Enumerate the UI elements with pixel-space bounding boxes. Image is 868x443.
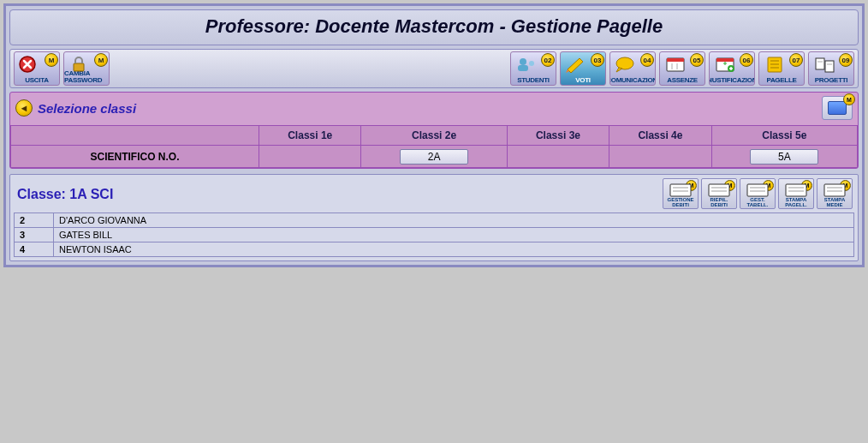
svg-rect-21 <box>670 184 691 196</box>
student-name: D'ARCO GIOVANNA <box>54 213 854 228</box>
toolbar-badge: 09 <box>839 53 853 67</box>
studenti-button[interactable]: 02STUDENTI <box>510 51 556 86</box>
toolbar-label: PAGELLE <box>766 77 796 84</box>
toolbar-label: ASSENZE <box>667 77 698 84</box>
lock-icon <box>68 56 93 73</box>
riepil-debiti-button[interactable]: MRIEPIL.DEBITI <box>701 178 737 209</box>
toolbar-badge: 04 <box>640 53 654 67</box>
toolbar-badge: 06 <box>740 53 753 67</box>
action-label: STAMPAPAGELL. <box>785 197 807 207</box>
class-panel: Classe: 1A SCI MGESTIONEDEBITIMRIEPIL.DE… <box>9 174 859 261</box>
action-label: RIEPIL.DEBITI <box>710 197 728 207</box>
title-bar: Professore: Docente Mastercom - Gestione… <box>9 9 859 45</box>
app-window: Professore: Docente Mastercom - Gestione… <box>3 3 865 267</box>
grid-cell <box>507 146 609 168</box>
projects-icon <box>812 56 838 73</box>
svg-rect-27 <box>747 184 768 196</box>
class-selection-grid: Classi 1eClassi 2eClassi 3eClassi 4eClas… <box>10 125 858 168</box>
toolbar-label: USCITA <box>25 77 48 84</box>
svg-rect-7 <box>667 58 684 62</box>
svg-rect-33 <box>824 184 845 196</box>
class-link[interactable]: 5A <box>750 149 818 165</box>
student-number: 3 <box>15 228 54 242</box>
gest-tabell-button[interactable]: MGEST.TABELL. <box>740 178 776 209</box>
action-label: GESTIONEDEBITI <box>667 197 693 207</box>
grid-cell <box>609 146 711 168</box>
calendar-plus-icon <box>713 56 739 73</box>
svg-rect-11 <box>716 58 734 62</box>
pencil-icon <box>564 56 590 73</box>
gestione-debiti-button[interactable]: MGESTIONEDEBITI <box>663 178 699 209</box>
comunicazioni-button[interactable]: 04COMUNICAZIONI <box>609 51 656 86</box>
svg-rect-18 <box>825 61 834 72</box>
giustificazioni-button[interactable]: 06GIUSTIFICAZIONI <box>709 51 755 86</box>
selezione-classi-panel: ◄ Selezione classi M Classi 1eClassi 2eC… <box>9 92 859 169</box>
table-row[interactable]: 3GATES BILL <box>15 228 854 242</box>
svg-rect-1 <box>74 63 84 71</box>
student-name: GATES BILL <box>54 228 854 242</box>
assenze-button[interactable]: 05ASSENZE <box>659 51 705 86</box>
student-icon <box>514 56 540 73</box>
grid-col-header: Classi 4e <box>609 126 711 146</box>
main-toolbar: MUSCITAMCAMBIA PASSWORD 02STUDENTI03VOTI… <box>9 49 859 88</box>
grid-col-header: Classi 1e <box>259 126 361 146</box>
action-label: GEST.TABELL. <box>747 197 769 207</box>
grid-col-header: Classi 2e <box>361 126 507 146</box>
progetti-button[interactable]: 09PROGETTI <box>808 51 854 86</box>
toolbar-label: PROGETTI <box>815 77 848 84</box>
svg-rect-17 <box>816 58 824 69</box>
student-name: NEWTON ISAAC <box>54 242 854 257</box>
class-link[interactable]: 2A <box>400 149 468 165</box>
voti-button[interactable]: 03VOTI <box>560 51 606 86</box>
uscita-button[interactable]: MUSCITA <box>14 51 60 86</box>
grid-empty-header <box>11 126 259 146</box>
back-arrow-icon[interactable]: ◄ <box>15 99 33 117</box>
report-icon <box>763 56 788 73</box>
toolbar-badge: 02 <box>541 53 555 67</box>
toolbar-label: STUDENTI <box>517 77 550 84</box>
toolbar-badge: 05 <box>690 53 704 67</box>
table-row[interactable]: 4NEWTON ISAAC <box>15 242 854 257</box>
toolbar-badge: M <box>45 53 58 67</box>
section-title: Selezione classi <box>38 101 822 116</box>
speech-icon <box>614 56 639 73</box>
svg-rect-24 <box>709 184 729 196</box>
toolbar-label: GIUSTIFICAZIONI <box>709 77 755 84</box>
grid-cell <box>259 146 361 168</box>
grid-cell: 2A <box>361 146 507 168</box>
toolbar-label: COMUNICAZIONI <box>609 77 656 84</box>
students-table: 2D'ARCO GIOVANNA3GATES BILL4NEWTON ISAAC <box>14 213 854 257</box>
stampa-medie-button[interactable]: MSTAMPAMEDIE <box>817 178 853 209</box>
toolbar-badge: M <box>94 53 108 67</box>
grid-col-header: Classi 5e <box>711 126 857 146</box>
svg-point-4 <box>529 61 534 66</box>
toolbar-badge: 03 <box>591 53 604 67</box>
stampa-pagell-button[interactable]: MSTAMPAPAGELL. <box>778 178 814 209</box>
badge-m: M <box>843 93 855 105</box>
svg-rect-30 <box>786 184 806 196</box>
student-number: 4 <box>15 242 54 257</box>
toolbar-badge: 07 <box>789 53 803 67</box>
calendar-icon <box>663 56 689 73</box>
pagelle-button[interactable]: 07PAGELLE <box>758 51 805 86</box>
cambia-password-button[interactable]: MCAMBIA PASSWORD <box>63 51 110 86</box>
exit-icon <box>18 56 44 73</box>
section-collapse-button[interactable]: M <box>822 96 853 120</box>
svg-rect-3 <box>518 65 528 71</box>
student-number: 2 <box>15 213 54 228</box>
grid-cell: 5A <box>711 146 857 168</box>
toolbar-label: VOTI <box>575 77 590 84</box>
class-panel-title: Classe: 1A SCI <box>14 187 113 202</box>
grid-col-header: Classi 3e <box>507 126 609 146</box>
table-row[interactable]: 2D'ARCO GIOVANNA <box>15 213 854 228</box>
page-title: Professore: Docente Mastercom - Gestione… <box>10 15 858 38</box>
action-label: STAMPAMEDIE <box>824 197 845 207</box>
grid-row-label: SCIENTIFICO N.O. <box>11 146 259 168</box>
svg-point-2 <box>520 58 526 65</box>
